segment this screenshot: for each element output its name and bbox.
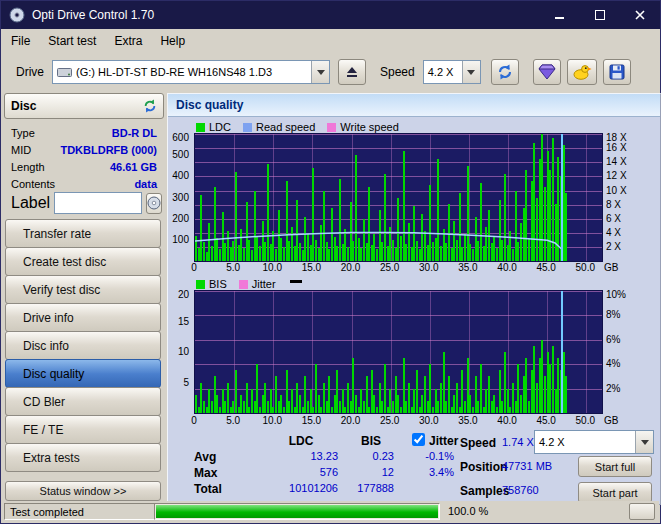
write-speed-swatch-icon xyxy=(327,123,336,132)
close-button[interactable] xyxy=(620,1,660,29)
statusbar-button[interactable] xyxy=(629,503,655,520)
titlebar: Opti Drive Control 1.70 xyxy=(1,1,660,29)
status-window-button[interactable]: Status window >> xyxy=(5,481,161,501)
speed-row-label: Speed xyxy=(460,436,496,450)
disc-info-panel: Type BD-R DL MID TDKBLDRFB (000) Length … xyxy=(4,119,164,218)
sidebar: Disc Type BD-R DL MID TDKBLDRFB (000) Le… xyxy=(4,93,164,503)
disc-panel-header: Disc xyxy=(4,93,164,119)
legend-dash-icon xyxy=(290,280,302,283)
chart2-legend: BIS Jitter xyxy=(196,278,302,290)
progress-bar xyxy=(154,503,440,520)
bis-right-axis: 10%8%6%4%2% xyxy=(604,290,658,412)
menu-help[interactable]: Help xyxy=(151,31,194,51)
ldc-left-axis: 600500400300200100 xyxy=(168,133,191,260)
app-icon xyxy=(9,7,25,23)
sidebar-item-verify-test-disc[interactable]: Verify test disc xyxy=(5,275,161,304)
diamond-button[interactable] xyxy=(533,59,561,85)
toolbar: Drive (G:) HL-DT-ST BD-RE WH16NS48 1.D3 … xyxy=(2,52,659,92)
length-value: 46.61 GB xyxy=(110,161,157,173)
speed-select-value: 4.2 X xyxy=(424,66,462,78)
save-button[interactable] xyxy=(603,59,631,85)
ldc-legend-label: LDC xyxy=(209,121,231,133)
menu-start-test[interactable]: Start test xyxy=(39,31,105,51)
test-speed-select-arrow[interactable] xyxy=(635,431,653,453)
position-row-label: Position xyxy=(460,460,507,474)
window-title: Opti Drive Control 1.70 xyxy=(32,8,154,22)
sidebar-item-cd-bler[interactable]: CD Bler xyxy=(5,387,161,416)
sidebar-item-fe-te[interactable]: FE / TE xyxy=(5,415,161,444)
ldc-chart-plot xyxy=(194,133,603,262)
jitter-column-header: Jitter xyxy=(429,434,458,448)
sidebar-item-extra-tests[interactable]: Extra tests xyxy=(5,443,161,472)
speed-select-arrow[interactable] xyxy=(462,61,480,83)
avg-bis-value: 0.23 xyxy=(348,450,394,462)
drive-icon xyxy=(57,67,72,78)
jitter-checkbox[interactable] xyxy=(412,433,425,446)
drive-label: Drive xyxy=(16,65,44,79)
minimize-icon xyxy=(555,10,565,20)
sidebar-item-disc-quality[interactable]: Disc quality xyxy=(5,359,161,388)
drive-select[interactable]: (G:) HL-DT-ST BD-RE WH16NS48 1.D3 xyxy=(52,60,330,84)
save-icon xyxy=(609,64,625,80)
panel-title: Disc quality xyxy=(176,98,243,112)
total-ldc-value: 10101206 xyxy=(264,482,338,494)
window-controls xyxy=(540,1,660,29)
ldc-right-axis: 18 X16 X14 X12 X10 X8 X6 X4 X2 X xyxy=(604,133,658,260)
write-speed-legend-label: Write speed xyxy=(340,121,399,133)
bis-legend-label: BIS xyxy=(209,278,227,290)
menubar: File Start test Extra Help xyxy=(2,29,659,53)
test-speed-select[interactable]: 4.2 X xyxy=(534,430,654,454)
chevron-down-icon xyxy=(641,440,649,449)
avg-ldc-value: 13.23 xyxy=(264,450,338,462)
bis-left-axis: 2015105 xyxy=(168,290,191,412)
label-input[interactable] xyxy=(54,192,142,214)
disc-mid-row: MID TDKBLDRFB (000) xyxy=(8,141,160,158)
menu-extra[interactable]: Extra xyxy=(105,31,151,51)
drive-select-value: (G:) HL-DT-ST BD-RE WH16NS48 1.D3 xyxy=(72,66,311,78)
bis-column-header: BIS xyxy=(348,434,394,448)
jitter-swatch-icon xyxy=(239,280,248,289)
refresh-button[interactable] xyxy=(491,59,519,85)
maximize-button[interactable] xyxy=(580,1,620,29)
ldc-column-header: LDC xyxy=(264,434,338,448)
max-bis-value: 12 xyxy=(348,466,394,478)
duck-icon xyxy=(572,64,592,80)
diamond-icon xyxy=(538,64,556,80)
sidebar-item-transfer-rate[interactable]: Transfer rate xyxy=(5,219,161,248)
disc-contents-row: Contents data xyxy=(8,175,160,192)
drive-select-arrow[interactable] xyxy=(311,61,329,83)
max-row-label: Max xyxy=(194,466,217,480)
disc-length-row: Length 46.61 GB xyxy=(8,158,160,175)
disc-icon xyxy=(147,196,161,210)
start-part-button[interactable]: Start part xyxy=(578,482,652,503)
test-speed-select-value: 4.2 X xyxy=(535,436,635,448)
mid-value: TDKBLDRFB (000) xyxy=(60,144,157,156)
disc-quality-panel: Disc quality LDC Read speed Write speed … xyxy=(167,93,661,505)
sidebar-buttons: Transfer rate Create test disc Verify te… xyxy=(4,219,164,472)
speed-label: Speed xyxy=(380,65,415,79)
contents-value[interactable]: data xyxy=(134,178,157,190)
disc-type-row: Type BD-R DL xyxy=(8,124,160,141)
sidebar-item-drive-info[interactable]: Drive info xyxy=(5,303,161,332)
bis-x-axis: 05.010.015.020.025.030.035.040.045.050.0… xyxy=(194,415,649,427)
max-jitter-value: 3.4% xyxy=(406,466,454,478)
mid-label: MID xyxy=(11,144,31,156)
avg-row-label: Avg xyxy=(194,450,216,464)
chart1-legend: LDC Read speed Write speed xyxy=(196,121,411,133)
speed-select[interactable]: 4.2 X xyxy=(423,60,481,84)
panel-header: Disc quality xyxy=(168,94,660,117)
toolbar-right-group xyxy=(533,59,631,85)
sidebar-item-create-test-disc[interactable]: Create test disc xyxy=(5,247,161,276)
disc-refresh-button[interactable] xyxy=(143,99,157,113)
duck-button[interactable] xyxy=(567,59,597,85)
statusbar: Test completed 100.0 % xyxy=(2,501,659,522)
disc-label-row: Label xyxy=(8,192,160,214)
eject-button[interactable] xyxy=(338,59,366,85)
start-full-button[interactable]: Start full xyxy=(578,456,652,477)
sidebar-item-disc-info[interactable]: Disc info xyxy=(5,331,161,360)
minimize-button[interactable] xyxy=(540,1,580,29)
read-speed-legend-label: Read speed xyxy=(256,121,315,133)
menu-file[interactable]: File xyxy=(2,31,39,51)
type-value: BD-R DL xyxy=(112,127,157,139)
label-disc-button[interactable] xyxy=(146,193,162,214)
